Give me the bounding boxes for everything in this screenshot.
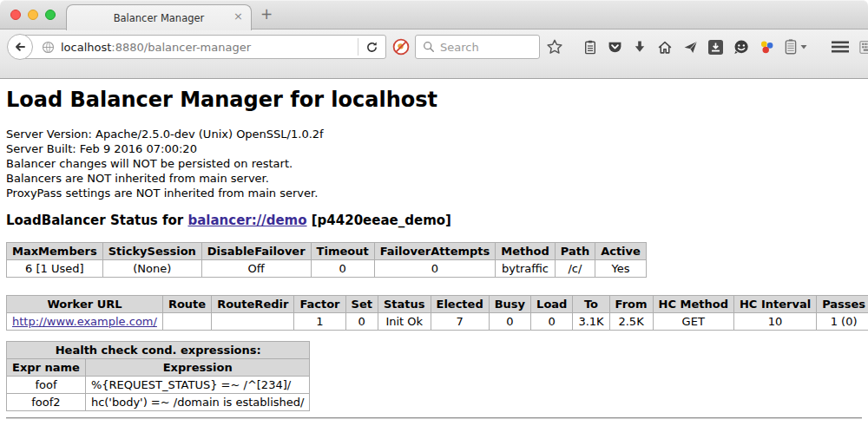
- url-group: localhost:8880/balancer-manager: [7, 35, 386, 59]
- minimize-window-button[interactable]: [28, 10, 38, 20]
- table-title: Health check cond. expressions:: [7, 342, 310, 359]
- back-button[interactable]: [7, 34, 33, 60]
- tab-balancer-manager[interactable]: Balancer Manager ×: [66, 4, 252, 30]
- server-version-line: Server Version: Apache/2.5.0-dev (Unix) …: [6, 127, 862, 141]
- feedback-smiley-icon[interactable]: [733, 39, 749, 55]
- table-cell: Yes: [595, 260, 647, 278]
- table-cell: Init Ok: [378, 313, 431, 331]
- loadbalancer-status-heading: LoadBalancer Status for balancer://demo …: [6, 213, 862, 228]
- column-header: MaxMembers: [7, 243, 103, 260]
- table-cell: foof: [7, 377, 86, 394]
- search-bar[interactable]: [415, 35, 540, 59]
- page-content: Load Balancer Manager for localhost Serv…: [0, 88, 868, 419]
- health-check-expressions-table: Health check cond. expressions:Expr name…: [6, 341, 310, 411]
- status-suffix: [p4420eeae_demo]: [307, 213, 451, 228]
- column-header: Elected: [431, 296, 489, 313]
- toolbar-icons: [547, 29, 863, 64]
- table-row: 6 [1 Used](None)Off00bytraffic/c/Yes: [7, 260, 647, 278]
- column-header: From: [609, 296, 653, 313]
- column-header: Busy: [489, 296, 530, 313]
- reload-icon[interactable]: [365, 41, 378, 54]
- send-plane-icon[interactable]: [683, 39, 698, 55]
- column-header: HC Interval: [733, 296, 816, 313]
- navigation-toolbar: localhost:8880/balancer-manager: [0, 29, 868, 64]
- column-header: Set: [345, 296, 378, 313]
- bookmarks-clipboard-icon[interactable]: [583, 39, 597, 55]
- bookmarks-bar: [0, 64, 868, 79]
- address-bar[interactable]: localhost:8880/balancer-manager: [20, 35, 386, 59]
- column-header: Status: [378, 296, 431, 313]
- table-cell: [212, 313, 294, 331]
- column-header: HC Method: [653, 296, 733, 313]
- search-input[interactable]: [440, 41, 527, 54]
- table-cell: GET: [653, 313, 733, 331]
- header-row: MaxMembersStickySessionDisableFailoverTi…: [7, 243, 647, 260]
- column-header: DisableFailover: [201, 243, 311, 260]
- column-header: Worker URL: [7, 296, 163, 313]
- inherit-notice-line: Balancers are NOT inherited from main se…: [6, 171, 862, 186]
- column-header: Passes: [817, 296, 868, 313]
- column-header: Expr name: [7, 359, 86, 377]
- tab-bar: Balancer Manager × +: [0, 0, 868, 29]
- pocket-icon[interactable]: [608, 39, 622, 55]
- table-cell: 0: [489, 313, 530, 331]
- downloads-icon[interactable]: [633, 39, 647, 55]
- colored-dots-icon[interactable]: [760, 39, 774, 55]
- table-cell: 3.1K: [573, 313, 609, 331]
- table-cell: http://www.example.com/: [7, 313, 163, 331]
- balancer-demo-link[interactable]: balancer://demo: [187, 213, 306, 228]
- tab-close-icon[interactable]: ×: [233, 10, 243, 22]
- close-window-button[interactable]: [10, 10, 21, 20]
- table-cell: 0: [374, 260, 496, 278]
- header-row: Expr nameExpression: [7, 359, 310, 377]
- column-header: FailoverAttempts: [374, 243, 496, 260]
- column-header: Expression: [85, 359, 310, 377]
- zoom-window-button[interactable]: [45, 10, 56, 20]
- battery-icon[interactable]: [785, 39, 797, 55]
- reload-area: [358, 38, 378, 56]
- table-cell: hc('body') =~ /domain is established/: [85, 394, 310, 411]
- video-download-icon[interactable]: [708, 39, 723, 55]
- content-blocked-icon[interactable]: [392, 38, 410, 59]
- browser-window: Balancer Manager × + localhost:8880/bala…: [0, 0, 868, 426]
- table-cell: 2.5K: [609, 313, 653, 331]
- column-header: Active: [595, 243, 647, 260]
- urlbar-separator: [358, 38, 358, 56]
- table-cell: 10: [733, 313, 816, 331]
- search-magnifier-icon[interactable]: [423, 41, 435, 53]
- dropdown-caret-icon[interactable]: [800, 39, 807, 55]
- table-cell: /c/: [555, 260, 595, 278]
- server-built-line: Server Built: Feb 9 2016 07:00:20: [6, 141, 862, 156]
- table-cell: 1 (0): [817, 313, 868, 331]
- keyboard-grid-icon[interactable]: [859, 39, 868, 55]
- home-icon[interactable]: [657, 39, 673, 55]
- column-header: Load: [531, 296, 573, 313]
- column-header: Path: [555, 243, 595, 260]
- server-info: Server Version: Apache/2.5.0-dev (Unix) …: [6, 127, 862, 200]
- balancer-settings-table: MaxMembersStickySessionDisableFailoverTi…: [6, 242, 647, 278]
- back-arrow-icon: [13, 40, 27, 54]
- table-cell: %{REQUEST_STATUS} =~ /^[234]/: [85, 377, 310, 394]
- footer-rule: [6, 417, 862, 419]
- new-tab-button[interactable]: +: [260, 7, 273, 22]
- table-cell: 1: [294, 313, 345, 331]
- bookmark-star-icon[interactable]: [547, 39, 562, 55]
- menu-hamburger-icon[interactable]: [832, 39, 849, 55]
- table-cell: 0: [311, 260, 374, 278]
- table-row: foof2hc('body') =~ /domain is establishe…: [7, 394, 310, 411]
- page-title: Load Balancer Manager for localhost: [6, 88, 862, 112]
- table-cell: bytraffic: [496, 260, 555, 278]
- url-path: :8880/balancer-manager: [111, 41, 251, 54]
- column-header: Factor: [294, 296, 345, 313]
- worker-url-link[interactable]: http://www.example.com/: [12, 315, 157, 328]
- column-header: Timeout: [311, 243, 374, 260]
- table-cell: 0: [345, 313, 378, 331]
- header-row: Worker URLRouteRouteRedirFactorSetStatus…: [7, 296, 868, 313]
- tab-title: Balancer Manager: [114, 12, 205, 24]
- table-cell: 0: [531, 313, 573, 331]
- column-header: StickySession: [102, 243, 201, 260]
- table-cell: (None): [102, 260, 201, 278]
- site-identity-globe-icon[interactable]: [42, 41, 55, 54]
- table-cell: [162, 313, 211, 331]
- table-cell: foof2: [7, 394, 86, 411]
